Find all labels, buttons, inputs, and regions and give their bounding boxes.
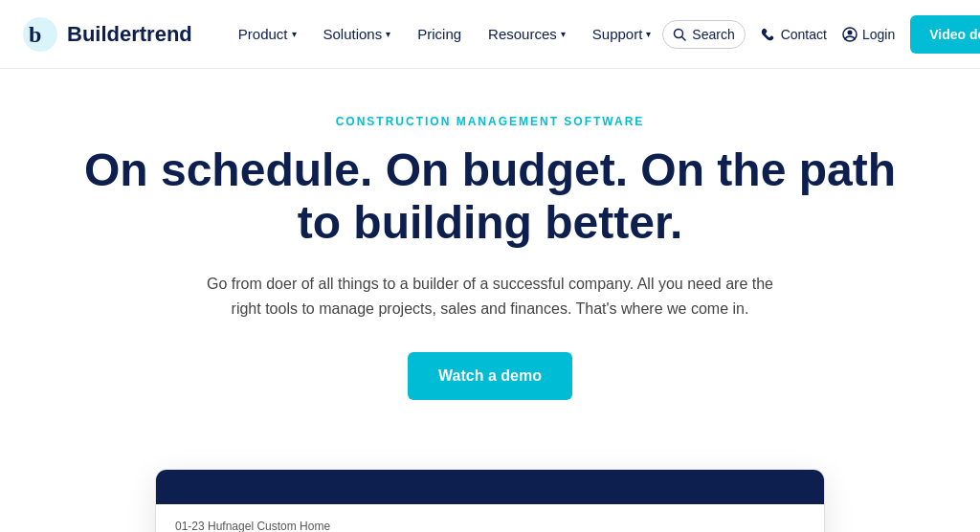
nav-right: Search Contact Login Video demo – see it…	[662, 8, 980, 61]
project-name: 01-23 Hufnagel Custom Home	[175, 520, 805, 532]
hero-heading: On schedule. On budget. On the path to b…	[78, 144, 902, 249]
preview-wrapper: ❮ 01-23 Hufnagel Custom Home Estimate To…	[0, 469, 980, 532]
chevron-down-icon: ▾	[561, 29, 566, 39]
nav-solutions[interactable]: Solutions ▾	[312, 18, 403, 50]
chevron-down-icon: ▾	[386, 29, 390, 39]
chevron-down-icon: ▾	[292, 29, 297, 39]
nav-product[interactable]: Product ▾	[227, 18, 308, 50]
hero-subtext: Go from doer of all things to a builder …	[193, 272, 787, 321]
search-button[interactable]: Search	[662, 20, 745, 49]
main-nav: b Buildertrend Product ▾ Solutions ▾ Pri…	[0, 0, 980, 69]
nav-support[interactable]: Support ▾	[581, 18, 663, 50]
search-icon	[673, 28, 686, 41]
hero-section: CONSTRUCTION MANAGEMENT SOFTWARE On sche…	[59, 69, 921, 431]
svg-point-5	[847, 30, 852, 34]
app-preview: 01-23 Hufnagel Custom Home Estimate Tota…	[155, 469, 825, 532]
demo-button[interactable]: Video demo – see it now	[910, 15, 980, 54]
logo-text: Buildertrend	[67, 22, 192, 47]
nav-resources[interactable]: Resources ▾	[477, 18, 577, 50]
app-body: 01-23 Hufnagel Custom Home Estimate Tota…	[156, 504, 824, 532]
nav-pricing[interactable]: Pricing	[406, 18, 473, 50]
logo-link[interactable]: b Buildertrend	[23, 17, 192, 52]
user-icon	[842, 27, 858, 42]
nav-links: Product ▾ Solutions ▾ Pricing Resources …	[227, 18, 663, 50]
chevron-down-icon: ▾	[646, 29, 651, 39]
logo-icon: b	[23, 17, 57, 52]
app-header-bar	[156, 470, 824, 504]
login-link[interactable]: Login	[842, 27, 895, 42]
phone-icon	[761, 27, 776, 42]
watch-demo-button[interactable]: Watch a demo	[408, 352, 572, 400]
contact-link[interactable]: Contact	[761, 27, 827, 42]
hero-tag: CONSTRUCTION MANAGEMENT SOFTWARE	[78, 115, 902, 128]
svg-text:b: b	[29, 22, 41, 47]
svg-line-3	[682, 36, 686, 40]
